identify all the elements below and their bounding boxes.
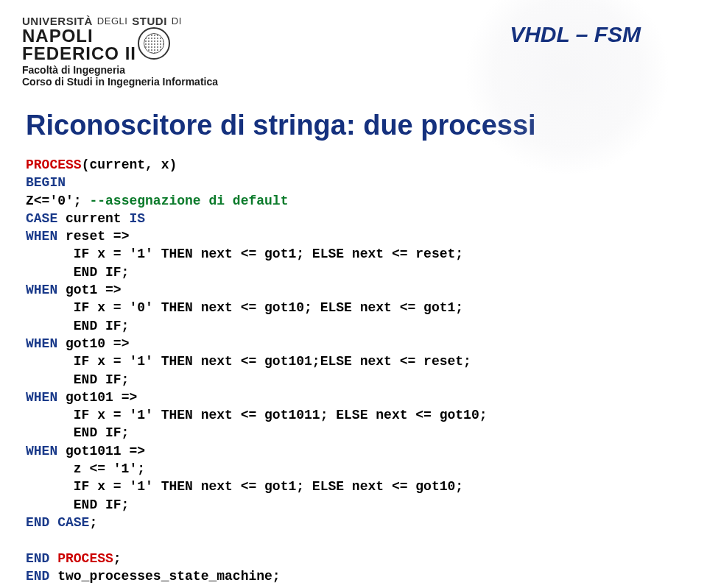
kw-when: WHEN [26,390,57,405]
kw-is: IS [129,211,145,226]
code-line: END IF; [26,319,129,333]
slide-header: UNIVERSITÀ DEGLI STUDI DI NAPOLI FEDERIC… [0,0,707,88]
napoli-text-2: FEDERICO II [22,45,136,63]
code-line: IF x = '1' THEN next <= got1; ELSE next … [26,247,463,261]
code-line: END IF; [26,425,129,440]
code-text: got10 => [57,336,129,351]
slide-main-title: Riconoscitore di stringa: due processi [26,110,707,141]
code-line: IF x = '1' THEN next <= got101;ELSE next… [26,354,471,369]
kw-when: WHEN [26,444,57,458]
code-text [49,515,57,530]
code-text: current [57,211,129,226]
kw-end: END [26,551,49,566]
code-text: got1011 => [57,444,145,458]
code-text: two_processes_state_machine; [49,569,280,584]
code-line: END IF; [26,265,129,280]
code-line: IF x = '0' THEN next <= got10; ELSE next… [26,300,463,315]
kw-when: WHEN [26,229,57,244]
kw-case: CASE [57,515,89,530]
kw-when: WHEN [26,336,57,351]
code-text: (current, x) [82,157,177,172]
code-text: Z<='0'; [26,194,89,208]
code-text: got101 => [57,390,137,405]
code-text: got1 => [57,283,121,297]
uni-studi: STUDI [132,15,167,27]
code-text: reset => [57,229,129,244]
course-label: Corso di Studi in Ingegneria Informatica [22,76,218,88]
napoli-text-1: NAPOLI [22,27,136,45]
code-line: END IF; [26,497,129,512]
kw-end: END [26,515,49,530]
faculty-label: Facoltà di Ingegneria [22,64,218,76]
vhdl-code-block: PROCESS(current, x) BEGIN Z<='0'; --asse… [0,156,707,585]
kw-when: WHEN [26,283,57,297]
code-text: ; [89,515,97,530]
code-line: IF x = '1' THEN next <= got1011; ELSE ne… [26,408,488,422]
uni-di: DI [172,15,182,26]
uni-degli: DEGLI [97,15,128,26]
code-line: END IF; [26,372,129,387]
code-line: IF x = '1' THEN next <= got1; ELSE next … [26,479,463,494]
university-seal-icon [138,27,170,60]
kw-begin: BEGIN [26,175,66,190]
kw-end: END [26,569,49,584]
university-logo: UNIVERSITÀ DEGLI STUDI DI NAPOLI FEDERIC… [22,15,218,88]
slide-corner-title: VHDL – FSM [510,15,685,47]
code-text [49,551,57,566]
code-comment: --assegnazione di default [89,194,288,208]
kw-process: PROCESS [26,157,82,172]
code-line: z <= '1'; [26,461,145,476]
code-text: ; [113,551,122,566]
kw-case: CASE [26,211,57,226]
kw-process: PROCESS [57,551,113,566]
